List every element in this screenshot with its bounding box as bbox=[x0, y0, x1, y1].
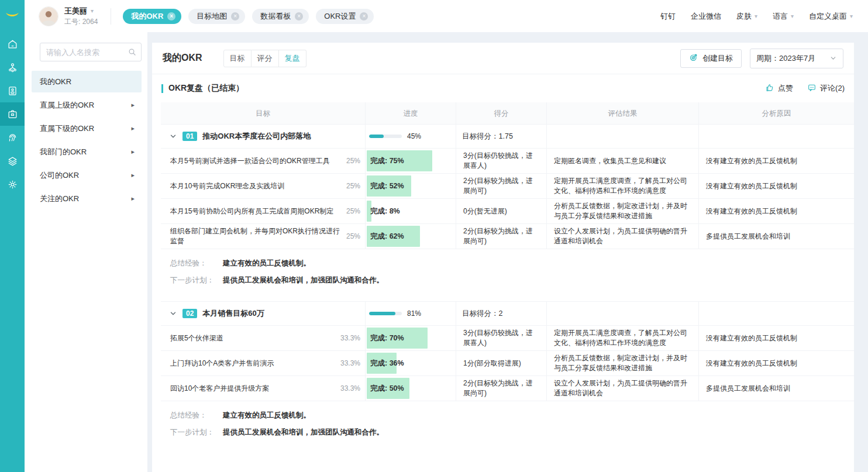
kr-reason: 没有建立有效的员工反馈机制 bbox=[706, 181, 797, 191]
arrow-right-icon: ▸ bbox=[131, 171, 135, 179]
topbar-link-label: 企业微信 bbox=[691, 11, 721, 22]
sidebar-item-label: 我的OKR bbox=[40, 77, 71, 87]
objective-progress-label: 45% bbox=[407, 132, 421, 140]
objective-index-badge: 01 bbox=[182, 132, 197, 141]
kr-reason: 没有建立有效的员工反馈机制 bbox=[706, 333, 797, 343]
close-icon[interactable]: × bbox=[360, 12, 368, 20]
kr-score: 1分(部分取得进展) bbox=[463, 359, 521, 368]
kr-reason: 没有建立有效的员工反馈机制 bbox=[706, 206, 797, 216]
sidebar-item-label: 直属上级的OKR bbox=[40, 100, 94, 111]
section-title: OKR复盘（已结束） bbox=[168, 83, 244, 94]
comment-icon bbox=[807, 83, 817, 94]
kr-row: 上门拜访10个A类客户并售前演示33.3%完成: 36%1分(部分取得进展)分析… bbox=[161, 351, 854, 376]
employee-id: 工号: 2064 bbox=[64, 17, 98, 26]
rail-item-gear[interactable] bbox=[0, 173, 25, 196]
search-input[interactable] bbox=[40, 43, 142, 61]
topbar-link[interactable]: 钉钉 bbox=[660, 11, 676, 22]
kr-score: 2分(目标较为挑战，进展尚可) bbox=[463, 226, 539, 246]
close-icon[interactable]: × bbox=[167, 12, 175, 20]
table-header-row: 目标进度得分评估结果分析原因 bbox=[161, 102, 854, 125]
column-header: 评估结果 bbox=[547, 102, 699, 125]
kr-title: 本月5号前测试并选择一款适合公司的OKR管理工具 bbox=[170, 156, 343, 166]
layers-icon bbox=[7, 156, 18, 167]
kr-row: 本月10号前完成OKR理念及实践培训25%完成: 52%2分(目标较为挑战，进展… bbox=[161, 174, 854, 199]
kr-evaluation: 定期开展员工满意度调查，了解员工对公司文化、福利待遇和工作环境的满意度 bbox=[554, 328, 691, 348]
kr-weight: 33.3% bbox=[340, 334, 360, 342]
view-tab[interactable]: 目标 bbox=[223, 50, 252, 67]
workspace-tab[interactable]: 数据看板× bbox=[252, 9, 309, 24]
sidebar-item[interactable]: 我的OKR bbox=[32, 71, 142, 92]
chevron-down-icon[interactable] bbox=[169, 132, 177, 140]
kr-weight: 33.3% bbox=[340, 359, 360, 367]
rail-item-fingerprint[interactable] bbox=[0, 126, 25, 149]
like-button[interactable]: 点赞 bbox=[765, 83, 793, 94]
search-icon bbox=[128, 47, 137, 57]
kr-score: 3分(目标仍较挑战，进展喜人) bbox=[463, 328, 539, 348]
view-tab[interactable]: 复盘 bbox=[279, 50, 306, 67]
caret-down-icon: ▾ bbox=[755, 13, 757, 19]
topbar: 王美丽 ▾ 工号: 2064 我的OKR×目标地图×数据看板×OKR设置× 钉钉… bbox=[25, 0, 868, 32]
sidebar-item-label: 直属下级的OKR bbox=[40, 123, 94, 134]
rail-item-layers[interactable] bbox=[0, 149, 25, 173]
sidebar-item[interactable]: 直属上级的OKR▸ bbox=[32, 94, 142, 116]
view-tab[interactable]: 评分 bbox=[252, 50, 279, 67]
topbar-link-label: 钉钉 bbox=[660, 11, 676, 22]
workspace-tab[interactable]: 我的OKR× bbox=[123, 9, 181, 24]
sidebar-item[interactable]: 公司的OKR▸ bbox=[32, 164, 142, 186]
sidebar-item[interactable]: 关注的OKR▸ bbox=[32, 188, 142, 209]
kr-title: 上门拜访10个A类客户并售前演示 bbox=[170, 359, 337, 368]
kr-weight: 25% bbox=[346, 182, 360, 190]
kr-reason: 没有建立有效的员工反馈机制 bbox=[706, 359, 797, 368]
app-logo[interactable] bbox=[0, 0, 25, 32]
avatar[interactable] bbox=[39, 6, 58, 26]
close-icon[interactable]: × bbox=[295, 12, 303, 20]
kr-reason: 多提供员工发展机会和培训 bbox=[706, 384, 790, 394]
chevron-down-icon[interactable] bbox=[169, 309, 177, 318]
objective-progress-label: 81% bbox=[407, 309, 421, 318]
rail-item-id-card[interactable] bbox=[0, 79, 25, 102]
topbar-link[interactable]: 自定义桌面▾ bbox=[809, 11, 853, 22]
kr-progress-label: 完成: 50% bbox=[370, 384, 404, 394]
main-panel: 我的OKR 目标评分复盘 创建目标 周期：2023年7月 OKR复盘（已结束） … bbox=[152, 43, 854, 472]
summary-row: 总结经验：建立有效的员工反馈机制。 bbox=[161, 407, 854, 424]
sidebar-item[interactable]: 直属下级的OKR▸ bbox=[32, 118, 142, 139]
sidebar-item[interactable]: 我部门的OKR▸ bbox=[32, 141, 142, 163]
topbar-link[interactable]: 语言▾ bbox=[773, 11, 794, 22]
rail-item-briefcase[interactable] bbox=[0, 102, 25, 126]
objective-row: 01推动OKR本季度在公司内部落地45%目标得分：1.75 bbox=[161, 124, 854, 149]
topbar-link[interactable]: 企业微信 bbox=[691, 11, 721, 22]
caret-down-icon[interactable]: ▾ bbox=[91, 6, 94, 16]
kr-progress-label: 完成: 8% bbox=[370, 206, 400, 216]
user-meta: 王美丽 ▾ 工号: 2064 bbox=[64, 6, 98, 26]
next-plan-value: 提供员工发展机会和培训，加强团队沟通和合作。 bbox=[223, 428, 384, 437]
column-header: 目标 bbox=[161, 102, 366, 125]
close-icon[interactable]: × bbox=[231, 12, 239, 20]
create-objective-label: 创建目标 bbox=[702, 53, 733, 64]
kr-evaluation: 分析员工反馈数据，制定改进计划，并及时与员工分享反馈结果和改进措施 bbox=[554, 353, 691, 373]
divider bbox=[111, 8, 111, 25]
kr-title: 回访10个老客户并提供升级方案 bbox=[170, 384, 337, 394]
kr-row: 回访10个老客户并提供升级方案33.3%完成: 50%2分(目标较为挑战，进展尚… bbox=[161, 376, 854, 401]
topbar-link[interactable]: 皮肤▾ bbox=[736, 11, 757, 22]
workspace-tab[interactable]: 目标地图× bbox=[188, 9, 245, 24]
next-plan-row: 下一步计划：提供员工发展机会和培训，加强团队沟通和合作。 bbox=[161, 272, 854, 289]
fingerprint-icon bbox=[7, 132, 18, 143]
sidebar-item-label: 关注的OKR bbox=[40, 194, 79, 204]
kr-row: 组织各部门建立周会机制，并每周对OKR执行情况进行监督25%完成: 62%2分(… bbox=[161, 224, 854, 249]
section-accent-bar bbox=[161, 84, 163, 93]
comment-button[interactable]: 评论(2) bbox=[807, 83, 845, 94]
create-objective-button[interactable]: 创建目标 bbox=[680, 49, 742, 68]
workspace-tabs: 我的OKR×目标地图×数据看板×OKR设置× bbox=[123, 9, 374, 24]
caret-down-icon: ▾ bbox=[850, 13, 853, 19]
kr-score: 3分(目标仍较挑战，进展喜人) bbox=[463, 151, 539, 171]
period-select[interactable]: 周期：2023年7月 bbox=[750, 49, 843, 68]
rail-item-home[interactable] bbox=[0, 32, 25, 56]
arrow-right-icon: ▸ bbox=[131, 148, 135, 156]
sidebar-menu: 我的OKR直属上级的OKR▸直属下级的OKR▸我部门的OKR▸公司的OKR▸关注… bbox=[25, 71, 147, 209]
workspace-tab[interactable]: OKR设置× bbox=[316, 9, 374, 24]
next-plan-row: 下一步计划：提供员工发展机会和培训，加强团队沟通和合作。 bbox=[161, 424, 854, 441]
kr-row: 拓展5个伙伴渠道33.3%完成: 70%3分(目标仍较挑战，进展喜人)定期开展员… bbox=[161, 326, 854, 351]
kr-title: 本月15号前协助公司内所有员工完成首周期OKR制定 bbox=[170, 206, 343, 216]
rail-item-org-chart[interactable] bbox=[0, 56, 25, 79]
app-rail bbox=[0, 0, 25, 472]
